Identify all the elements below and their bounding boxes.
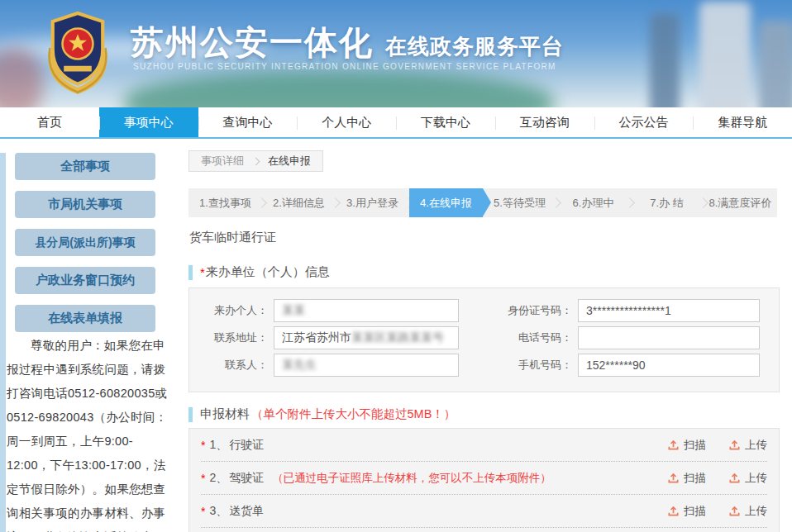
phone-number-field[interactable]: [578, 326, 760, 349]
site-title-english: SUZHOU PUBLIC SECURITY INTEGRATION ONLIN…: [133, 62, 556, 71]
material-row-driving-permit: * 1、 行驶证 扫描 上传: [201, 429, 767, 462]
header-trees-decor: [124, 71, 554, 107]
site-title-main: 苏州公安一体化: [131, 20, 374, 65]
nav-item-public-notice[interactable]: 公示公告: [594, 107, 694, 137]
sidebar-item-online-form[interactable]: 在线表单填报: [15, 305, 155, 332]
sidebar-item-all-matters[interactable]: 全部事项: [15, 153, 155, 180]
applicant-name-field[interactable]: 某某: [274, 299, 459, 322]
contact-address-label: 联系地址：: [189, 330, 274, 345]
required-asterisk: *: [201, 472, 205, 485]
id-number-label: 身份证号码：: [484, 303, 578, 318]
step-4-online-apply: 4.在线申报: [409, 188, 483, 217]
header-building-decor: [699, 2, 751, 107]
material-row-delivery-note: * 3、 送货单 扫描 上传: [201, 495, 767, 528]
sidebar-item-municipal-matters[interactable]: 市局机关事项: [15, 191, 155, 218]
material-index: 2、: [209, 471, 227, 486]
step-6-processing: 6.办理中: [556, 188, 630, 217]
upload-icon: [667, 505, 680, 517]
process-steps: 1.查找事项 2.详细信息 3.用户登录 4.在线申报 5.等待受理 6.办理中…: [188, 188, 777, 217]
step-7-completed: 7.办 结: [630, 188, 704, 217]
phone-number-label: 电话号码：: [484, 330, 578, 345]
step-2-detail-info: 2.详细信息: [262, 188, 336, 217]
nav-item-matters-center[interactable]: 事项中心: [99, 107, 198, 137]
breadcrumb: 事项详细 在线申报: [188, 150, 323, 172]
material-index: 1、: [209, 438, 227, 453]
upload-label: 上传: [745, 438, 767, 453]
section-bar-decor: [188, 265, 193, 280]
upload-label: 上传: [745, 504, 767, 519]
materials-list: * 1、 行驶证 扫描 上传 * 2、 驾驶证 （已通过电子证照库上传材料，您可…: [188, 428, 780, 532]
sidebar-help-notice: 尊敬的用户：如果您在申报过程中遇到系统问题，请拨打咨询电话0512-608200…: [7, 334, 171, 532]
header-building-decor: [759, 21, 792, 107]
scan-label: 扫描: [684, 504, 706, 519]
id-number-field[interactable]: 3****************1: [578, 299, 760, 322]
contact-address-redacted: 某某区某路某某号: [351, 330, 444, 345]
step-1-find-matter: 1.查找事项: [188, 188, 262, 217]
applicant-name-label: 来办个人：: [189, 303, 274, 318]
mobile-number-label: 手机号码：: [484, 358, 578, 373]
material-note: （已通过电子证照库上传材料，您可以不上传本项附件）: [272, 471, 551, 486]
material-name: 送货单: [229, 504, 264, 519]
upload-icon: [667, 472, 680, 484]
upload-icon: [728, 472, 741, 484]
mobile-number-field[interactable]: 152******90: [578, 354, 760, 377]
upload-button[interactable]: 上传: [728, 504, 767, 519]
police-badge-logo: [43, 5, 112, 99]
upload-button[interactable]: 上传: [728, 438, 767, 453]
materials-section-title: 申报材料: [200, 406, 250, 422]
required-asterisk: *: [201, 505, 205, 518]
id-number-value: 3****************1: [586, 304, 671, 317]
nav-item-cluster-navigation[interactable]: 集群导航: [693, 107, 792, 137]
required-asterisk: *: [201, 439, 205, 452]
applicant-name-value: 某某: [282, 303, 305, 318]
material-index: 3、: [209, 504, 227, 519]
nav-item-interactive-consult[interactable]: 互动咨询: [495, 107, 594, 137]
sidebar-item-county-station-matters[interactable]: 县分局(派出所)事项: [15, 229, 155, 256]
upload-button[interactable]: 上传: [728, 471, 767, 486]
sidebar-accent-strip: [0, 153, 6, 532]
header-banner: 苏州公安一体化 在线政务服务平台 SUZHOU PUBLIC SECURITY …: [0, 0, 792, 107]
applicant-section-title: 来办单位（个人）信息: [206, 264, 330, 280]
contact-person-value: 某先生: [282, 358, 317, 373]
breadcrumb-item-detail[interactable]: 事项详细: [201, 154, 244, 169]
header-building-decor: [650, 13, 680, 107]
nav-item-home[interactable]: 首页: [0, 107, 99, 137]
site-title-sub: 在线政务服务平台: [385, 32, 564, 61]
scan-label: 扫描: [684, 438, 706, 453]
chevron-right-icon: [252, 157, 260, 165]
sidebar-item-household-window-booking[interactable]: 户政业务窗口预约: [15, 267, 155, 294]
main-nav: 首页 事项中心 查询中心 个人中心 下载中心 互动咨询 公示公告 集群导航: [0, 107, 792, 139]
material-name: 行驶证: [229, 438, 264, 453]
section-bar-decor: [188, 407, 193, 422]
mobile-number-value: 152******90: [586, 359, 646, 372]
scan-button[interactable]: 扫描: [667, 438, 706, 453]
page: 苏州公安一体化 在线政务服务平台 SUZHOU PUBLIC SECURITY …: [0, 0, 792, 532]
material-name: 驾驶证: [229, 471, 264, 486]
contact-address-clear: 江苏省苏州市: [282, 330, 351, 345]
contact-address-field[interactable]: 江苏省苏州市某某区某路某某号: [274, 326, 459, 349]
contact-person-field[interactable]: 某先生: [274, 354, 459, 377]
scan-label: 扫描: [684, 471, 706, 486]
step-8-satisfaction: 8.满意度评价: [704, 188, 777, 217]
applicant-form: 来办个人： 某某 身份证号码： 3****************1 联系地址：…: [188, 287, 780, 392]
upload-label: 上传: [745, 471, 767, 486]
required-asterisk: *: [200, 265, 205, 279]
nav-item-download-center[interactable]: 下载中心: [396, 107, 495, 137]
upload-icon: [728, 505, 741, 517]
scan-button[interactable]: 扫描: [667, 504, 706, 519]
step-3-user-login: 3.用户登录: [336, 188, 409, 217]
nav-item-personal-center[interactable]: 个人中心: [297, 107, 396, 137]
step-5-wait-acceptance: 5.等待受理: [483, 188, 556, 217]
site-title: 苏州公安一体化 在线政务服务平台: [131, 20, 564, 65]
page-title: 货车临时通行证: [189, 230, 276, 245]
breadcrumb-item-current: 在线申报: [268, 154, 311, 169]
upload-icon: [667, 439, 680, 451]
applicant-section-header: * 来办单位（个人）信息: [188, 264, 330, 280]
scan-button[interactable]: 扫描: [667, 471, 706, 486]
materials-section-header: 申报材料 （单个附件上传大小不能超过5MB！）: [188, 406, 456, 422]
upload-icon: [728, 439, 741, 451]
nav-item-query-center[interactable]: 查询中心: [198, 107, 298, 137]
contact-person-label: 联系人：: [189, 358, 274, 373]
material-row-driver-license: * 2、 驾驶证 （已通过电子证照库上传材料，您可以不上传本项附件） 扫描 上传: [201, 462, 767, 495]
materials-size-note: （单个附件上传大小不能超过5MB！）: [251, 406, 456, 422]
